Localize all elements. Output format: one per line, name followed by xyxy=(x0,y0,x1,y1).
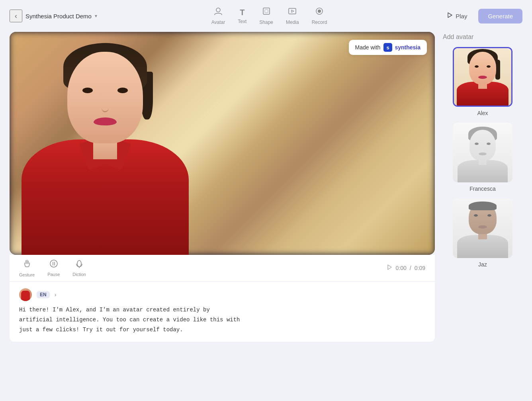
time-total: 0:09 xyxy=(415,265,425,271)
project-name[interactable]: Synthesia Product Demo xyxy=(25,13,92,20)
script-avatar-mini xyxy=(19,288,32,301)
avatar-card-jaz[interactable]: Jaz xyxy=(443,198,522,268)
media-tool-icon xyxy=(288,7,297,18)
avatar-tool-label: Avatar xyxy=(211,20,225,25)
avatar-thumb-jaz[interactable] xyxy=(453,198,512,258)
time-play-icon xyxy=(386,264,393,272)
avatar-name-alex: Alex xyxy=(477,110,488,116)
script-text[interactable]: Hi there! I'm Alex, and I'm an avatar cr… xyxy=(19,305,425,335)
text-tool-label: Text xyxy=(238,19,246,24)
media-tool-label: Media xyxy=(286,20,299,25)
avatar-card-alex[interactable]: Alex xyxy=(443,47,522,116)
add-avatar-title: Add avatar xyxy=(443,32,522,41)
avatar-thumb-francesca[interactable] xyxy=(453,123,512,182)
svg-rect-2 xyxy=(265,10,268,13)
record-tool-icon xyxy=(315,7,324,18)
script-area: EN › Hi there! I'm Alex, and I'm an avat… xyxy=(10,282,435,342)
diction-icon xyxy=(74,259,84,270)
diction-label: Diction xyxy=(72,272,86,277)
tool-avatar[interactable]: Avatar xyxy=(211,7,225,25)
avatar-list: Alex xyxy=(443,47,522,268)
video-background: Made with s synthesia xyxy=(10,32,435,255)
avatar-alex-bg xyxy=(454,48,511,106)
avatar-card-francesca[interactable]: Francesca xyxy=(443,123,522,192)
pause-button[interactable]: Pause xyxy=(47,259,60,277)
tool-shape[interactable]: Shape xyxy=(259,7,273,25)
pause-label: Pause xyxy=(47,272,60,277)
avatar-left-eye xyxy=(82,88,93,93)
avatar-in-video xyxy=(10,32,201,255)
svg-point-0 xyxy=(216,8,220,12)
controls-right: 0:00 / 0:09 xyxy=(386,264,425,272)
generate-button[interactable]: Generate xyxy=(478,9,522,23)
main-content: Made with s synthesia xyxy=(0,32,532,401)
time-current: 0:00 xyxy=(396,265,407,271)
video-container: Made with s synthesia xyxy=(10,32,435,255)
video-panel: Made with s synthesia xyxy=(10,32,435,391)
avatar-lips xyxy=(94,117,117,125)
synthesia-logo: s synthesia xyxy=(383,43,421,52)
watermark-prefix: Made with xyxy=(355,44,381,51)
play-icon xyxy=(446,12,453,21)
video-controls-bar: Gesture Pause xyxy=(10,255,435,281)
avatar-nose xyxy=(102,104,109,112)
avatar-francesca-bg xyxy=(453,123,512,182)
tool-record[interactable]: Record xyxy=(312,7,327,25)
header-left: ‹ Synthesia Product Demo ▾ xyxy=(10,10,97,22)
header-tools: Avatar T Text Shape Med xyxy=(104,7,435,25)
shape-tool-label: Shape xyxy=(259,20,273,25)
controls-left: Gesture Pause xyxy=(19,259,86,277)
text-tool-icon: T xyxy=(240,8,244,17)
back-button[interactable]: ‹ xyxy=(10,10,22,22)
script-toolbar: EN › xyxy=(19,288,425,301)
dropdown-arrow-icon[interactable]: ▾ xyxy=(95,13,97,19)
gesture-label: Gesture xyxy=(19,272,35,277)
play-label: Play xyxy=(456,13,467,20)
diction-button[interactable]: Diction xyxy=(72,259,86,277)
svg-rect-3 xyxy=(289,8,296,14)
avatar-thumb-alex[interactable] xyxy=(453,47,512,107)
avatar-panel: Add avatar xyxy=(443,32,522,391)
watermark: Made with s synthesia xyxy=(349,40,427,55)
avatar-face xyxy=(67,52,143,143)
svg-text:s: s xyxy=(387,45,389,51)
synthesia-brand: synthesia xyxy=(395,44,421,51)
time-separator: / xyxy=(410,265,411,271)
tool-text[interactable]: T Text xyxy=(238,8,246,24)
gesture-icon xyxy=(22,259,32,271)
header: ‹ Synthesia Product Demo ▾ Avatar T Text xyxy=(0,0,532,32)
svg-point-11 xyxy=(77,260,81,267)
shape-tool-icon xyxy=(262,7,271,18)
avatar-name-jaz: Jaz xyxy=(478,261,487,268)
svg-point-8 xyxy=(50,260,57,267)
svg-point-5 xyxy=(318,10,321,13)
pause-icon xyxy=(49,259,58,270)
svg-rect-1 xyxy=(263,8,270,14)
avatar-right-eye xyxy=(117,88,128,93)
gesture-button[interactable]: Gesture xyxy=(19,259,35,277)
tool-media[interactable]: Media xyxy=(286,7,299,25)
avatar-tool-icon xyxy=(214,7,223,18)
record-tool-label: Record xyxy=(312,20,327,25)
header-right: Play Generate xyxy=(441,8,522,24)
avatar-name-francesca: Francesca xyxy=(469,186,495,192)
back-icon: ‹ xyxy=(15,12,17,20)
avatar-jaz-bg xyxy=(453,198,512,258)
language-badge[interactable]: EN xyxy=(37,291,50,298)
expand-script-button[interactable]: › xyxy=(55,291,57,298)
play-button[interactable]: Play xyxy=(441,8,472,24)
